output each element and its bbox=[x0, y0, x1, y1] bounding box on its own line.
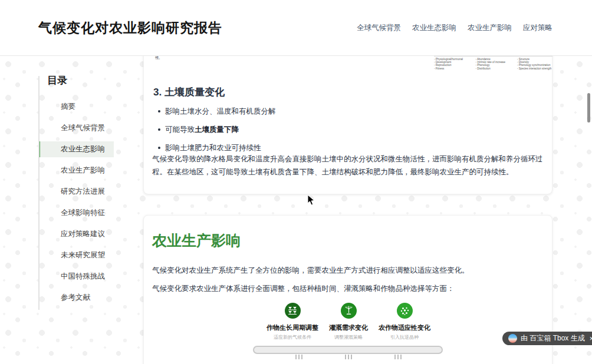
toc-rail-line bbox=[38, 76, 40, 310]
bullet-dot bbox=[158, 110, 160, 112]
toc-item-agri-ecology-active[interactable]: 农业生态影响 bbox=[38, 141, 114, 157]
tick-group bbox=[345, 355, 352, 359]
toc-item-global-climate[interactable]: 全球气候背景 bbox=[38, 120, 114, 136]
section-heading-agri-production: 农业生产影响 bbox=[152, 231, 241, 250]
bullet-item: 影响土壤水分、温度和有机质分解 bbox=[158, 107, 276, 117]
chart-ticks bbox=[253, 354, 443, 359]
adaptation-dots-icon bbox=[397, 303, 413, 319]
irrigation-icon bbox=[341, 303, 357, 319]
toc-item-future-research[interactable]: 未来研究展望 bbox=[38, 247, 114, 263]
toc-item-references[interactable]: 参考文献 bbox=[38, 290, 114, 306]
diagram-item: Distribution bbox=[476, 67, 511, 70]
card-soil-quality: 性。 Physiological/hormonal Development Re… bbox=[143, 35, 552, 194]
toc-item-china-challenges[interactable]: 中国特殊挑战 bbox=[38, 269, 114, 284]
agri-paragraph-1: 气候变化对农业生产系统产生了全方位的影响，需要农业生产方式进行相应调整以适应这些… bbox=[152, 266, 545, 276]
feature-title: 灌溉需求变化 bbox=[321, 323, 377, 332]
bullet-item: 影响土壤肥力和农业可持续性 bbox=[158, 143, 276, 153]
feature-title: 作物生长周期调整 bbox=[265, 323, 321, 332]
diagram-column-community: Structure Diversity Phenology synchroniz… bbox=[517, 58, 552, 70]
card-agri-production: 农业生产影响 气候变化对农业生产系统产生了全方位的影响，需要农业生产方式进行相应… bbox=[143, 215, 552, 364]
tick-group bbox=[394, 355, 402, 359]
page: 气候变化对农业影响研究报告 全球气候背景 农业生态影响 农业生产影响 应对策略 … bbox=[0, 0, 592, 364]
top-nav: 全球气候背景 农业生态影响 农业生产影响 应对策略 bbox=[357, 23, 552, 33]
nav-link-global-climate[interactable]: 全球气候背景 bbox=[357, 23, 401, 33]
generator-badge[interactable]: 由 百宝箱 Tbox 生成 × bbox=[502, 332, 592, 345]
nav-link-agri-ecology[interactable]: 农业生态影响 bbox=[412, 23, 456, 33]
table-of-contents: 目录 摘要 全球气候背景 农业生态影响 农业生产影响 研究方法进展 全球影响特征… bbox=[38, 74, 139, 311]
bullet-dot bbox=[158, 147, 160, 149]
diagram-column-population: Abundance Intrinsic rate of increase Phe… bbox=[476, 58, 511, 70]
scrollbar-thumb[interactable] bbox=[587, 93, 590, 123]
feature-title: 农作物适应性变化 bbox=[377, 323, 433, 332]
toc-item-abstract[interactable]: 摘要 bbox=[38, 99, 114, 115]
mouse-cursor-icon bbox=[307, 194, 315, 208]
agri-paragraph-2: 气候变化要求农业生产体系进行全面调整，包括种植时间、灌溉策略和作物品种选择等方面… bbox=[152, 284, 545, 294]
toc-list: 摘要 全球气候背景 农业生态影响 农业生产影响 研究方法进展 全球影响特征 应对… bbox=[54, 99, 139, 306]
diagram-column-individual: Physiological/hormonal Development Repro… bbox=[434, 58, 469, 70]
section-heading-soil-quality: 3. 土壤质量变化 bbox=[153, 85, 225, 99]
tick-group bbox=[295, 355, 302, 359]
toc-item-agri-production[interactable]: 农业生产影响 bbox=[38, 163, 114, 178]
diagram-item: Species interaction strength bbox=[517, 67, 552, 70]
feature-irrigation: 灌溉需求变化 调整灌溉策略 bbox=[321, 303, 377, 340]
diagram-item: Fitness bbox=[434, 67, 469, 70]
toc-item-strategy-advice[interactable]: 应对策略建议 bbox=[38, 226, 114, 242]
badge-text: 由 百宝箱 Tbox 生成 bbox=[521, 333, 585, 343]
toc-item-research-methods[interactable]: 研究方法进展 bbox=[38, 184, 114, 200]
bullet-dot bbox=[158, 128, 160, 131]
tbox-logo-icon bbox=[508, 334, 517, 343]
chart-frame-top bbox=[253, 346, 443, 354]
feature-subtitle: 引入抗逆品种 bbox=[377, 334, 433, 340]
page-title: 气候变化对农业影响研究报告 bbox=[38, 19, 222, 37]
figure-remnant-diagram: Physiological/hormonal Development Repro… bbox=[434, 56, 552, 70]
feature-adaptation: 农作物适应性变化 引入抗逆品种 bbox=[377, 303, 433, 340]
feature-subtitle: 调整灌溉策略 bbox=[321, 334, 377, 340]
toc-item-global-impact[interactable]: 全球影响特征 bbox=[38, 205, 114, 221]
toc-title: 目录 bbox=[47, 74, 139, 87]
header: 气候变化对农业影响研究报告 全球气候背景 农业生态影响 农业生产影响 应对策略 bbox=[0, 0, 592, 56]
clipped-text-fragment: 性。 bbox=[155, 55, 162, 61]
nav-link-agri-production[interactable]: 农业生产影响 bbox=[468, 23, 512, 33]
feature-crop-growth: 作物生长周期调整 适应新的气候条件 bbox=[265, 303, 321, 340]
partial-chart bbox=[253, 346, 443, 359]
bullet-item: 可能导致土壤质量下降 bbox=[158, 125, 276, 135]
nav-link-strategies[interactable]: 应对策略 bbox=[523, 23, 552, 33]
feature-row: 作物生长周期调整 适应新的气候条件 bbox=[144, 303, 553, 340]
crop-growth-icon bbox=[285, 303, 301, 319]
badge-close-icon[interactable]: × bbox=[590, 335, 592, 343]
feature-subtitle: 适应新的气候条件 bbox=[265, 334, 321, 340]
soil-paragraph: 气候变化导致的降水格局变化和温度升高会直接影响土壤中的水分状况和微生物活性，进而… bbox=[152, 153, 545, 178]
